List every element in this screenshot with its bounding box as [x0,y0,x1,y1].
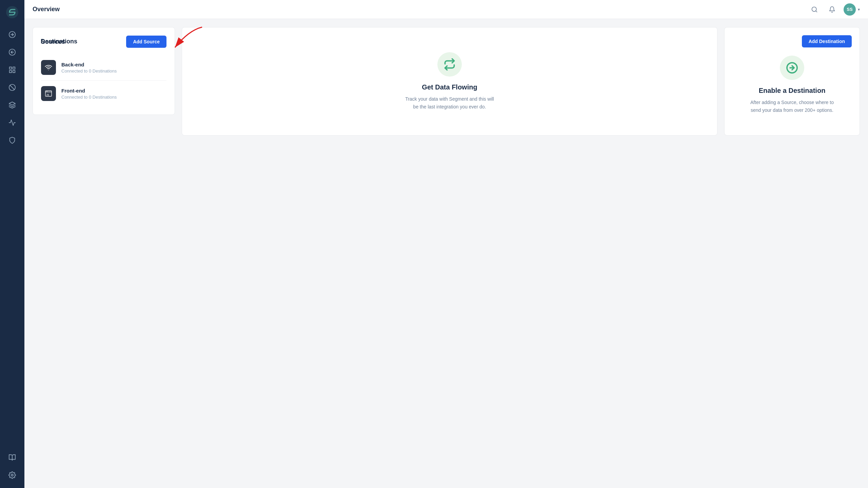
chevron-down-icon: ▾ [858,7,860,12]
destinations-card: Destinations Add Destination Enable a De… [724,27,860,136]
source-item-backend[interactable]: Back-end Connected to 0 Destinations [41,55,166,81]
destinations-card-header: Destinations Add Destination [33,35,860,47]
svg-line-14 [816,11,817,12]
add-destination-button[interactable]: Add Destination [802,35,852,47]
bell-icon [829,6,835,13]
sidebar-item-connections-out[interactable] [5,27,20,42]
svg-marker-11 [9,102,15,105]
cards-row: Sources Add Source [33,27,860,136]
backend-sub: Connected to 0 Destinations [61,68,117,74]
data-flow-desc: Track your data with Segment and this wi… [402,95,497,110]
backend-info: Back-end Connected to 0 Destinations [61,62,117,74]
user-menu[interactable]: SS ▾ [844,3,860,16]
transfer-icon [443,58,456,70]
page-title: Overview [33,6,808,13]
svg-line-10 [10,85,15,90]
frontend-info: Front-end Connected to 0 Destinations [61,88,117,100]
sidebar-item-dashboard[interactable] [5,62,20,77]
frontend-name: Front-end [61,88,117,94]
sidebar-item-privacy[interactable] [5,133,20,148]
frontend-icon: JS [41,86,56,101]
destination-icon [786,62,798,74]
backend-name: Back-end [61,62,117,67]
sidebar-item-integrations[interactable] [5,80,20,95]
sidebar-logo[interactable] [5,5,19,19]
header-actions: SS ▾ [808,3,860,16]
search-button[interactable] [808,3,821,16]
svg-rect-6 [13,67,15,69]
data-flow-title: Get Data Flowing [422,83,477,91]
avatar: SS [844,3,856,16]
search-icon [811,6,818,13]
header: Overview SS ▾ [24,0,868,19]
sidebar-item-analytics[interactable] [5,115,20,130]
cards-container: Sources Add Source [33,27,860,136]
sidebar [0,0,24,488]
destinations-subtitle: Enable a Destination [759,87,826,95]
frontend-sub: Connected to 0 Destinations [61,95,117,100]
svg-rect-5 [9,67,12,69]
sidebar-item-sources[interactable] [5,98,20,113]
data-flow-icon-circle [437,52,462,77]
svg-text:JS: JS [46,94,49,96]
wifi-icon [45,64,52,71]
svg-rect-8 [9,70,12,73]
svg-rect-7 [13,70,15,73]
sidebar-bottom [5,450,20,483]
backend-icon [41,60,56,75]
sidebar-item-docs[interactable] [5,450,20,465]
main-wrapper: Overview SS ▾ [24,0,868,488]
destinations-desc: After adding a Source, choose where to s… [745,99,840,114]
sidebar-nav [5,27,20,450]
notifications-button[interactable] [826,3,838,16]
sidebar-item-settings[interactable] [5,468,20,483]
js-icon: JS [45,90,52,97]
destinations-title: Destinations [41,38,77,45]
svg-point-12 [11,474,13,476]
destination-icon-circle [780,56,804,80]
content-area: Sources Add Source [24,19,868,488]
source-item-frontend[interactable]: JS Front-end Connected to 0 Destinations [41,81,166,106]
sidebar-item-connections-in[interactable] [5,45,20,60]
